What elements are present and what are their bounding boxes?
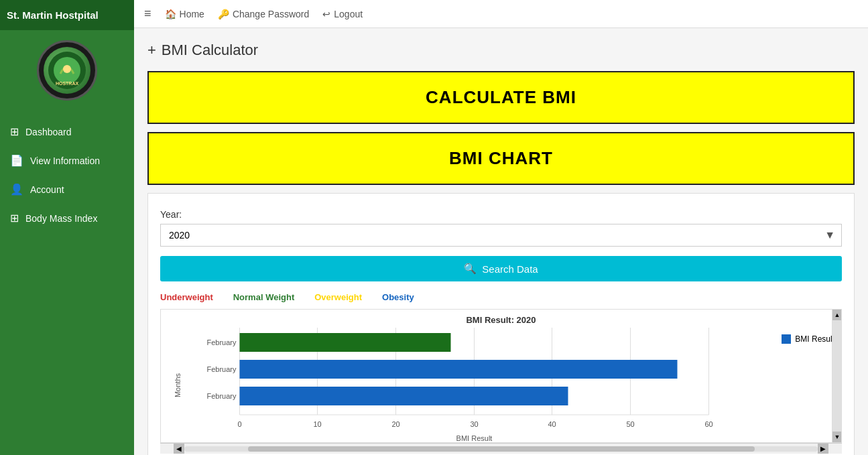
svg-text:February: February [206, 365, 237, 373]
scroll-right-button[interactable]: ▶ [818, 444, 828, 454]
year-select-wrapper: 2020 2019 2021 2018 2022 ▼ [160, 224, 842, 247]
scroll-track-vertical [832, 320, 841, 432]
search-icon: 🔍 [464, 263, 477, 275]
plus-icon: + [147, 42, 156, 59]
grid-icon: ⊞ [10, 212, 19, 224]
chart-title: BMI Result: 2020 [161, 310, 841, 328]
sidebar-item-dashboard[interactable]: ⊞ Dashboard [0, 117, 134, 146]
x-axis-label: BMI Result [194, 434, 754, 442]
legend-underweight: Underweight [160, 292, 213, 302]
svg-text:20: 20 [391, 420, 399, 428]
key-icon: 🔑 [218, 9, 229, 19]
chart-legend: Underweight Normal Weight Overweight Obe… [160, 292, 842, 302]
legend-obesity: Obesity [382, 292, 414, 302]
home-link[interactable]: 🏠 Home [165, 9, 204, 19]
bar-2 [240, 360, 678, 379]
bmi-bar-chart: February February February 0 10 20 30 40… [194, 328, 754, 435]
calculate-bmi-button[interactable]: CALCULATE BMI [147, 71, 855, 124]
logo-inner: HOSTRAX [44, 47, 90, 94]
svg-text:HOSTRAX: HOSTRAX [56, 81, 79, 86]
year-label: Year: [160, 209, 842, 220]
bmi-chart-container: BMI Result: 2020 Months [160, 309, 842, 443]
sidebar-title: St. Martin Hostpital [0, 0, 134, 30]
filter-section: Year: 2020 2019 2021 2018 2022 ▼ 🔍 Searc… [147, 193, 855, 455]
content-area: + BMI Calculator CALCULATE BMI BMI CHART… [134, 28, 868, 455]
top-navbar: ≡ 🏠 Home 🔑 Change Password ↩ Logout [134, 0, 868, 28]
page-title: + BMI Calculator [147, 42, 855, 59]
svg-text:60: 60 [704, 420, 712, 428]
change-password-link[interactable]: 🔑 Change Password [218, 9, 309, 19]
svg-text:0: 0 [237, 420, 241, 428]
y-axis-label: Months [174, 373, 182, 397]
sidebar-logo: HOSTRAX [0, 30, 134, 111]
search-data-button[interactable]: 🔍 Search Data [160, 256, 842, 281]
dashboard-icon: ⊞ [10, 125, 19, 138]
bmi-chart-button[interactable]: BMI CHART [147, 132, 855, 185]
sidebar-nav: ⊞ Dashboard 📄 View Information 👤 Account… [0, 117, 134, 233]
home-icon: 🏠 [165, 9, 176, 19]
legend-color-box [782, 334, 791, 344]
sidebar-item-label: Account [30, 184, 64, 195]
svg-text:50: 50 [626, 420, 634, 428]
legend-overweight: Overweight [314, 292, 362, 302]
logout-icon: ↩ [322, 9, 330, 19]
svg-text:10: 10 [313, 420, 321, 428]
bar-1 [240, 333, 451, 352]
sidebar-item-account[interactable]: 👤 Account [0, 175, 134, 204]
user-icon: 👤 [10, 183, 23, 196]
sidebar: St. Martin Hostpital HOSTRAX ⊞ Dashboard… [0, 0, 134, 455]
year-select[interactable]: 2020 2019 2021 2018 2022 [160, 224, 842, 247]
legend-normal: Normal Weight [233, 292, 295, 302]
scroll-up-button[interactable]: ▲ [832, 310, 842, 320]
sidebar-item-label: Body Mass Index [25, 213, 97, 224]
document-icon: 📄 [10, 154, 23, 167]
sidebar-item-label: Dashboard [25, 127, 72, 137]
main-content: ≡ 🏠 Home 🔑 Change Password ↩ Logout + BM… [134, 0, 868, 455]
chart-legend-right: BMI Result [782, 334, 834, 344]
svg-text:40: 40 [548, 420, 556, 428]
bar-3 [240, 387, 568, 405]
scroll-left-button[interactable]: ◀ [174, 444, 184, 454]
scroll-thumb [248, 446, 755, 452]
scroll-down-button[interactable]: ▼ [832, 432, 842, 442]
horizontal-scrollbar[interactable]: ◀ ▶ [160, 443, 842, 454]
svg-text:February: February [206, 392, 237, 400]
hamburger-icon[interactable]: ≡ [144, 7, 151, 21]
logout-link[interactable]: ↩ Logout [322, 9, 363, 19]
logo-circle: HOSTRAX [37, 40, 97, 101]
scroll-track-horizontal [184, 446, 818, 452]
svg-point-2 [63, 65, 71, 73]
sidebar-item-bmi[interactable]: ⊞ Body Mass Index [0, 204, 134, 233]
sidebar-item-view-information[interactable]: 📄 View Information [0, 146, 134, 175]
svg-text:30: 30 [470, 420, 478, 428]
vertical-scrollbar[interactable]: ▲ ▼ [832, 310, 841, 442]
svg-text:February: February [206, 338, 237, 346]
sidebar-item-label: View Information [30, 155, 100, 166]
